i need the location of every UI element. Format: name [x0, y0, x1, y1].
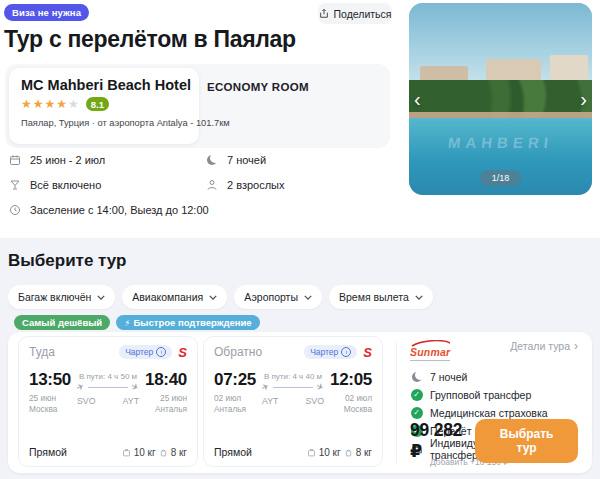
check-circle-icon: ✓ [410, 407, 423, 419]
summary-dates: 25 июн - 2 июл [8, 154, 105, 166]
offer-badges: Самый дешёвый ⚡ Быстрое подтверждение [14, 315, 260, 330]
moon-icon [205, 155, 219, 165]
route-line [273, 387, 314, 388]
charter-label: Чартер [125, 347, 153, 357]
visa-badge: Виза не нужна [4, 4, 89, 21]
cocktail-icon [8, 179, 22, 191]
departure-time: 13:50 [29, 370, 71, 390]
hotel-card[interactable]: MC Mahberi Beach Hotel ★★★★★ 8.1 Паялар,… [9, 68, 199, 144]
tour-select-section: Выберите тур Багаж включён Авиакомпания … [0, 238, 600, 479]
arrival-date: 02 июл [345, 393, 372, 403]
tour-details-label: Детали тура [510, 340, 570, 352]
filter-baggage[interactable]: Багаж включён [8, 285, 115, 309]
page-title: Тур с перелётом в Паялар [4, 26, 296, 53]
star-icon: ★ [45, 98, 56, 110]
plane-landing-icon: ✈ [315, 382, 326, 393]
star-icon: ★ [33, 98, 44, 110]
list-item: 7 ночей [410, 368, 578, 386]
tour-offer-card: Туда Чартер i S 13:50 25 июнМосква В пут… [8, 332, 592, 473]
chevron-down-icon [304, 295, 312, 300]
filter-airline[interactable]: Авиакомпания [122, 285, 227, 309]
hotel-summary-panel: MC Mahberi Beach Hotel ★★★★★ 8.1 Паялар,… [5, 64, 390, 148]
summary-nights-text: 7 ночей [227, 154, 266, 166]
moon-icon [410, 372, 423, 382]
operator-logo: Sunmar [410, 340, 452, 361]
filter-departure-time[interactable]: Время вылета [329, 285, 433, 309]
filter-label: Аэропорты [244, 291, 298, 303]
flight-type: Прямой [214, 446, 252, 458]
flight-direction: Туда [29, 345, 55, 359]
info-icon: i [156, 347, 166, 357]
included-label: Медицинская страховка [430, 407, 548, 419]
flight-duration: В пути: 4 ч 40 м [264, 372, 322, 381]
flight-card-outbound[interactable]: Туда Чартер i S 13:50 25 июнМосква В пут… [18, 336, 198, 467]
offer-panel: Sunmar Детали тура › 7 ночей ✓ Групповой… [400, 334, 588, 471]
calendar-icon [8, 154, 22, 166]
hand-baggage-icon [159, 447, 168, 458]
flight-card-return[interactable]: Обратно Чартер i S 07:25 02 июлАнталья В… [203, 336, 383, 467]
rating-badge: 8.1 [86, 97, 109, 111]
filter-bar: Багаж включён Авиакомпания Аэропорты Вре… [8, 285, 433, 309]
hand-baggage-icon [344, 447, 353, 458]
departure-city: Анталья [214, 404, 246, 414]
suitcase-icon [307, 447, 316, 458]
summary-board: Всё включено [8, 179, 101, 191]
room-type-label: ECONOMY ROOM [207, 81, 309, 93]
arrival-airport-code: AYT [123, 396, 139, 406]
gallery-counter: 1/18 [480, 170, 522, 186]
person-icon [205, 179, 219, 191]
tour-price: 99 282 ₽ [410, 420, 475, 462]
tour-details-link[interactable]: Детали тура › [510, 340, 578, 352]
flight-direction: Обратно [214, 345, 262, 359]
charter-label: Чартер [310, 347, 338, 357]
chevron-down-icon [97, 295, 105, 300]
clock-icon [8, 204, 22, 216]
chevron-down-icon [209, 295, 217, 300]
summary-board-text: Всё включено [30, 179, 101, 191]
suitcase-icon [122, 447, 131, 458]
star-icon: ★ [68, 98, 79, 110]
plane-takeoff-icon: ✈ [260, 382, 271, 393]
departure-date: 25 июн [29, 393, 56, 403]
hand-baggage-weight: 8 кг [356, 447, 372, 458]
flight-duration: В пути: 4 ч 50 м [79, 372, 137, 381]
departure-date: 02 июл [214, 393, 241, 403]
departure-time: 07:25 [214, 370, 256, 390]
select-tour-button[interactable]: Выбрать тур [475, 419, 578, 463]
filter-label: Время вылета [339, 291, 409, 303]
included-label: 7 ночей [430, 371, 467, 383]
baggage-weight: 10 кг [319, 447, 341, 458]
gallery-next-icon[interactable]: › [580, 89, 587, 109]
share-icon [319, 8, 329, 19]
share-button[interactable]: Поделиться [318, 3, 392, 24]
departure-city: Москва [29, 404, 57, 414]
summary-dates-text: 25 июн - 2 июл [30, 154, 105, 166]
flight-type: Прямой [29, 446, 67, 458]
filter-label: Авиакомпания [132, 291, 203, 303]
hotel-photo[interactable]: MAHBERI ‹ › 1/18 [409, 3, 592, 195]
divider [396, 342, 397, 463]
hotel-location: Паялар, Турция · от аэропорта Antalya - … [21, 118, 187, 128]
gallery-prev-icon[interactable]: ‹ [414, 89, 421, 109]
arrival-city: Москва [344, 404, 372, 414]
included-label: Групповой трансфер [430, 389, 531, 401]
cheapest-badge: Самый дешёвый [14, 315, 110, 330]
charter-badge[interactable]: Чартер i [119, 345, 172, 359]
filter-label: Багаж включён [18, 291, 91, 303]
logo-rule [410, 360, 450, 362]
summary-checkin-text: Заселение с 14:00, Выезд до 12:00 [30, 204, 209, 216]
list-item: ✓ Групповой трансфер [410, 386, 578, 404]
summary-guests-text: 2 взрослых [227, 179, 285, 191]
airline-logo: S [363, 346, 372, 359]
star-icon: ★ [21, 98, 32, 110]
chevron-right-icon: › [574, 340, 578, 352]
info-icon: i [341, 347, 351, 357]
summary-checkin: Заселение с 14:00, Выезд до 12:00 [8, 204, 209, 216]
hotel-name: MC Mahberi Beach Hotel [21, 77, 187, 93]
filter-airports[interactable]: Аэропорты [234, 285, 322, 309]
lightning-icon: ⚡ [124, 318, 130, 328]
share-label: Поделиться [334, 8, 392, 20]
summary-nights: 7 ночей [205, 154, 266, 166]
charter-badge[interactable]: Чартер i [304, 345, 357, 359]
plane-landing-icon: ✈ [130, 382, 141, 393]
